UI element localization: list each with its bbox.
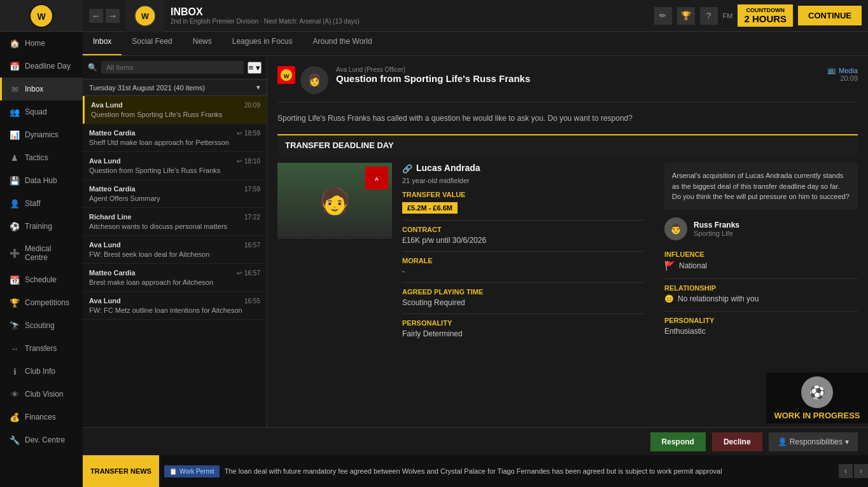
list-item[interactable]: Matteo Cardia 17:59 Agent Offers Summary [83, 180, 267, 208]
ticker-badge-text: Work Permit [179, 468, 214, 475]
message-detail: W 👩 Ava Lund (Press Officer) Question fr… [267, 56, 868, 455]
sidebar-item-staff[interactable]: 👤Staff [0, 192, 83, 215]
countdown-label: COUNTDOWN [744, 7, 787, 13]
sidebar-schedule-icon: 📆 [10, 275, 20, 285]
list-item[interactable]: Ava Lund 16:55 FW: FC Metz outline loan … [83, 292, 267, 320]
transfer-value-section: TRANSFER VALUE £5.2M - £6.6M [402, 191, 644, 214]
divider3 [402, 282, 644, 283]
reporter-name: Russ Franks [694, 221, 739, 230]
sidebar-item-finances[interactable]: 💰Finances [0, 406, 83, 429]
ticker-prev-button[interactable]: ‹ [839, 464, 853, 478]
sidebar-item-schedule[interactable]: 📆Schedule [0, 268, 83, 291]
tabs-bar: InboxSocial FeedNewsLeagues in FocusArou… [83, 32, 868, 56]
tab-social-feed[interactable]: Social Feed [122, 32, 182, 55]
list-item[interactable]: Richard Line 17:22 Aitcheson wants to di… [83, 208, 267, 236]
sort-button[interactable]: ≡ ▾ [248, 62, 262, 74]
relationship-text: No relationship with you [678, 294, 759, 303]
sidebar-item-club-vision[interactable]: 👁Club Vision [0, 383, 83, 406]
sidebar-item-squad[interactable]: 👥Squad [0, 100, 83, 123]
media-label: Media [839, 67, 858, 74]
tab-inbox[interactable]: Inbox [83, 32, 122, 55]
player-description: 21 year-old midfielder [402, 177, 644, 184]
club-badge-icon: W [126, 0, 164, 32]
ticker-text: The loan deal with future mandatory fee … [225, 467, 834, 475]
message-detail-header: W 👩 Ava Lund (Press Officer) Question fr… [277, 66, 858, 102]
sidebar-item-deadline-day[interactable]: 📅Deadline Day [0, 55, 83, 78]
svg-text:A: A [375, 176, 379, 182]
sidebar-deadline-day-label: Deadline Day [25, 62, 71, 71]
tab-news[interactable]: News [183, 32, 222, 55]
edit-button[interactable]: ✏ [654, 7, 672, 25]
sidebar-training-label: Training [25, 222, 52, 231]
decline-button[interactable]: Decline [712, 432, 762, 451]
sidebar-item-inbox[interactable]: ✉Inbox [0, 78, 83, 100]
national-flag-icon: 🚩 [664, 261, 675, 271]
sidebar-item-dev-centre[interactable]: 🔧Dev. Centre [0, 429, 83, 451]
detail-subject: Question from Sporting Life's Russ Frank… [336, 73, 827, 84]
sidebar-staff-icon: 👤 [10, 198, 20, 209]
morale-section: MORALE - [402, 257, 644, 276]
list-item[interactable]: Ava Lund ↩ 18:10 Question from Sporting … [83, 152, 267, 180]
countdown-box: COUNTDOWN 2 HOURS [738, 4, 793, 27]
sidebar-item-medical[interactable]: ➕Medical Centre [0, 238, 83, 268]
page-title: INBOX [171, 6, 360, 18]
search-input[interactable] [101, 61, 244, 74]
sidebar-medical-icon: ➕ [10, 248, 20, 258]
sidebar-club-vision-label: Club Vision [25, 390, 63, 399]
sender-role: Ava Lund (Press Officer) [336, 66, 827, 73]
sidebar-squad-icon: 👥 [10, 107, 20, 117]
message-search-bar: 🔍 ≡ ▾ [83, 56, 267, 79]
sidebar-item-tactics[interactable]: ♟Tactics [0, 146, 83, 169]
influence-value: 🚩 National [664, 261, 858, 271]
sidebar-item-home[interactable]: 🏠Home [0, 32, 83, 55]
news-ticker: TRANSFER NEWS 📋 Work Permit The loan dea… [83, 455, 868, 487]
divider4 [402, 313, 644, 314]
msg-time: 16:57 [244, 242, 260, 249]
divider1 [402, 220, 644, 221]
svg-text:W: W [284, 73, 290, 79]
sidebar-item-scouting[interactable]: 🔭Scouting [0, 314, 83, 337]
sender-avatar: 👩 [300, 66, 328, 94]
topbar: ← → W INBOX 2nd in English Premier Divis… [83, 0, 868, 32]
msg-subject: Aitcheson wants to discuss personal matt… [89, 223, 260, 230]
sidebar-item-club-info[interactable]: ℹClub Info [0, 360, 83, 383]
player-image-card: 🧑 A [277, 163, 392, 239]
back-button[interactable]: ← [89, 9, 103, 23]
sidebar-home-icon: 🏠 [10, 38, 20, 48]
sidebar-data-hub-label: Data Hub [25, 176, 57, 185]
ticker-navigation: ‹ › [839, 464, 868, 478]
reporter-details: Russ Franks Sporting Life [694, 221, 739, 237]
sidebar-item-dynamics[interactable]: 📊Dynamics [0, 123, 83, 146]
ticker-next-button[interactable]: › [854, 464, 868, 478]
trophy-button[interactable]: 🏆 [677, 7, 695, 25]
msg-time: 20:09 [244, 102, 260, 109]
list-item[interactable]: Matteo Cardia ↩ 18:59 Sheff Utd make loa… [83, 124, 267, 152]
tab-leagues-in-focus[interactable]: Leagues in Focus [222, 32, 303, 55]
player-card-area: 🧑 A 🔗 Lucas Andrada 21 year-old midfield… [277, 163, 858, 345]
list-item[interactable]: Matteo Cardia ↩ 16:57 Brest make loan ap… [83, 264, 267, 292]
help-button[interactable]: ? [700, 7, 718, 25]
player-info-box: 🔗 Lucas Andrada 21 year-old midfielder T… [402, 163, 644, 345]
sidebar-staff-label: Staff [25, 199, 40, 208]
continue-button[interactable]: CONTINUE [798, 6, 862, 25]
sidebar-item-competitions[interactable]: 🏆Competitions [0, 291, 83, 314]
ticker-badge: 📋 Work Permit [164, 465, 220, 477]
forward-button[interactable]: → [106, 9, 120, 23]
sidebar-scouting-label: Scouting [25, 321, 55, 330]
list-item[interactable]: Ava Lund 20:09 Question from Sporting Li… [83, 96, 267, 124]
msg-subject: Sheff Utd make loan approach for Petters… [89, 139, 260, 146]
sidebar-item-data-hub[interactable]: 💾Data Hub [0, 169, 83, 192]
responsibilities-button[interactable]: 👤 Responsibilities ▾ [769, 432, 858, 451]
list-item[interactable]: Ava Lund 16:57 FW: Brest seek loan deal … [83, 236, 267, 264]
sidebar-item-training[interactable]: ⚽Training [0, 215, 83, 238]
work-permit-icon: 📋 [169, 468, 177, 475]
msg-sender: Ava Lund [89, 297, 121, 305]
right-personality-value: Enthusiastic [664, 327, 858, 336]
msg-sender: Matteo Cardia [89, 185, 136, 193]
msg-sender: Ava Lund [89, 157, 121, 165]
tab-around-the-world[interactable]: Around the World [302, 32, 382, 55]
player-name: Lucas Andrada [416, 163, 480, 173]
sidebar-item-transfers[interactable]: ↔Transfers [0, 337, 83, 360]
respond-button[interactable]: Respond [650, 432, 706, 451]
influence-section: INFLUENCE 🚩 National [664, 250, 858, 271]
